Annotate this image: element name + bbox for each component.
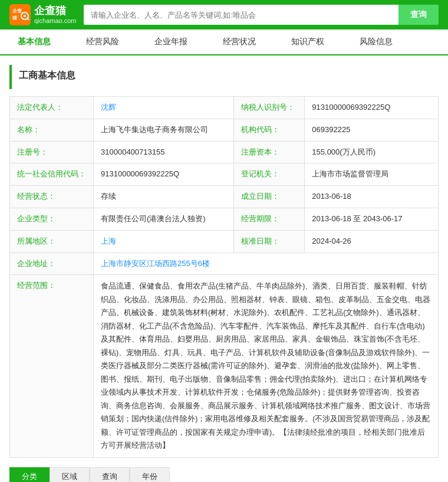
company-type-label: 企业类型： (10, 208, 94, 230)
approved-date-label: 核准日期： (234, 230, 305, 253)
search-bar: 查询 (84, 5, 439, 25)
reg-authority-value: 上海市市场监督管理局 (305, 163, 439, 186)
scope-label: 经营范围： (10, 275, 94, 458)
classify-tab-category[interactable]: 分类 (9, 467, 50, 482)
tab-business-status[interactable]: 经营状况 (205, 29, 274, 55)
classify-tab-region[interactable]: 区域 (50, 467, 90, 482)
reg-capital-label: 注册资本： (234, 141, 305, 163)
address-label: 企业地址： (10, 253, 94, 275)
classify-section: 分类 区域 查询 年份 所属行业： 酒、饮料及茶叶批发, 沈辉企业查询 前瞻标签… (9, 467, 439, 482)
logo-text: 企查猫 qichamao.com (34, 5, 77, 25)
tax-id-label: 纳税人识别号： (234, 97, 305, 119)
biz-period-value: 2013-06-18 至 2043-06-17 (305, 208, 439, 230)
established-value: 2013-06-18 (305, 186, 439, 208)
tax-id-value: 91310000069392225Q (305, 97, 439, 119)
credit-code-value: 91310000069392225Q (94, 163, 234, 186)
reg-no-label: 注册号： (10, 141, 94, 163)
established-label: 成立日期： (234, 186, 305, 208)
classify-tab-query[interactable]: 查询 (90, 467, 130, 482)
section-title: 工商基本信息 (9, 65, 439, 89)
classify-tabs: 分类 区域 查询 年份 (9, 467, 439, 482)
reg-capital-value: 155,000(万人民币) (305, 141, 439, 163)
biz-status-value: 存续 (94, 186, 234, 208)
legal-rep-value[interactable]: 沈辉 (94, 97, 234, 119)
reg-authority-label: 登记机关： (234, 163, 305, 186)
tab-basic-info[interactable]: 基本信息 (0, 29, 68, 55)
region-value[interactable]: 上海 (94, 230, 234, 253)
credit-code-label: 统一社会信用代码： (10, 163, 94, 186)
tab-risk-info[interactable]: 风险信息 (342, 29, 410, 55)
biz-period-label: 经营期限： (234, 208, 305, 230)
search-input[interactable] (84, 5, 398, 25)
scope-value: 食品流通、保健食品、食用农产品(生猪产品、牛羊肉品除外)、酒类、日用百货、服装鞋… (94, 275, 439, 458)
logo-icon: 企查 猫 (9, 4, 31, 25)
address-value[interactable]: 上海市静安区江场西路255号6楼 (94, 253, 439, 275)
company-type-value: 有限责任公司(港澳台法人独资) (94, 208, 234, 230)
org-code-value: 069392225 (305, 119, 439, 141)
tab-annual-report[interactable]: 企业年报 (137, 29, 205, 55)
search-button[interactable]: 查询 (398, 5, 439, 25)
svg-text:猫: 猫 (12, 15, 18, 21)
name-value: 上海飞牛集达电子商务有限公司 (94, 119, 234, 141)
nav-tabs: 基本信息 经营风险 企业年报 经营状况 知识产权 风险信息 (0, 29, 448, 55)
reg-no-value: 310000400713155 (94, 141, 234, 163)
svg-point-4 (24, 15, 26, 17)
tab-intellectual-property[interactable]: 知识产权 (274, 29, 342, 55)
name-label: 名称： (10, 119, 94, 141)
approved-date-value: 2024-04-26 (305, 230, 439, 253)
legal-rep-label: 法定代表人： (10, 97, 94, 119)
header: 企查 猫 企查猫 qichamao.com 查询 (0, 0, 448, 29)
logo: 企查 猫 企查猫 qichamao.com (9, 4, 77, 25)
biz-status-label: 经营状态： (10, 186, 94, 208)
tab-business-risk[interactable]: 经营风险 (68, 29, 137, 55)
classify-tab-year[interactable]: 年份 (130, 467, 170, 482)
org-code-label: 机构代码： (234, 119, 305, 141)
info-table: 法定代表人： 沈辉 纳税人识别号： 91310000069392225Q 名称：… (9, 96, 439, 458)
main-content: 工商基本信息 法定代表人： 沈辉 纳税人识别号： 913100000693922… (0, 55, 448, 482)
svg-text:企查: 企查 (12, 8, 22, 14)
region-label: 所属地区： (10, 230, 94, 253)
